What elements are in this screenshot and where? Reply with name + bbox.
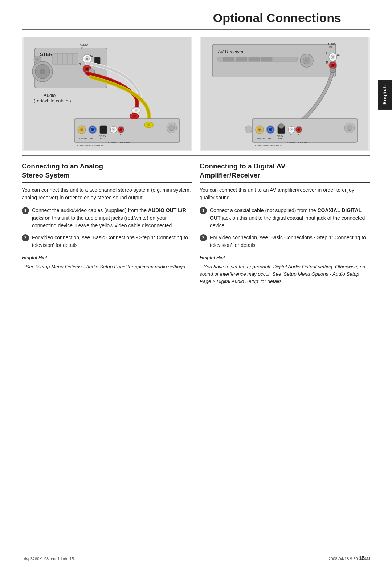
svg-rect-35	[100, 126, 107, 134]
english-tab: English	[378, 80, 392, 110]
svg-point-56	[133, 115, 136, 118]
svg-point-80	[332, 64, 334, 66]
svg-point-44	[120, 129, 122, 130]
right-section-title: Connecting to a Digital AV Amplifier/Rec…	[200, 162, 370, 183]
left-step-list: 1 Connect the audio/video cables (suppli…	[22, 207, 192, 249]
svg-point-52	[169, 125, 175, 131]
svg-point-94	[291, 129, 292, 130]
svg-rect-66	[261, 57, 272, 61]
svg-text:Pb: Pb	[90, 138, 93, 140]
left-step-2-num: 2	[22, 234, 29, 241]
svg-point-98	[298, 129, 299, 130]
right-hint-text: – You have to set the appropriate Digita…	[200, 263, 370, 285]
left-step-1-num: 1	[22, 207, 29, 214]
svg-text:IN: IN	[81, 46, 83, 49]
svg-point-100	[278, 124, 284, 128]
right-diagram: AV Receiver AUDIO IN L R DIGITAL	[200, 37, 370, 151]
left-section-title: Connecting to an Analog Stereo System	[22, 162, 192, 183]
svg-point-13	[86, 68, 88, 70]
svg-point-17	[40, 69, 45, 74]
svg-point-85	[258, 129, 261, 131]
svg-point-10	[86, 58, 88, 60]
svg-text:COMPONENT VIDEO OUT: COMPONENT VIDEO OUT	[255, 144, 282, 146]
svg-point-69	[305, 59, 308, 62]
footer: 1dvp3260K_98_eng1.indd 15 2008-04-18 9:3…	[22, 557, 370, 561]
diagrams-row: STEREO AUDIO IN L R DIGITAL	[22, 37, 370, 156]
svg-text:COAXIAL: COAXIAL	[108, 141, 118, 143]
right-step-1-num: 1	[200, 207, 207, 214]
left-text-col: Connecting to an Analog Stereo System Yo…	[22, 156, 192, 285]
svg-text:DIGITAL: DIGITAL	[99, 135, 107, 137]
left-section-intro: You can connect this unit to a two chann…	[22, 186, 192, 202]
right-step-1: 1 Connect a coaxial cable (not supplied)…	[200, 207, 370, 229]
page-border-bottom	[15, 562, 377, 562]
page-border-right	[377, 7, 377, 562]
right-step-1-text: Connect a coaxial cable (not supplied) f…	[210, 207, 370, 229]
svg-point-40	[113, 129, 114, 130]
text-columns: Connecting to an Analog Stereo System Yo…	[22, 156, 370, 285]
left-diagram-svg: STEREO AUDIO IN L R DIGITAL	[22, 37, 192, 150]
svg-text:AUDIO OUT: AUDIO OUT	[298, 141, 310, 143]
footer-left: 1dvp3260K_98_eng1.indd 15	[22, 557, 74, 561]
left-step-2: 2 For video connection, see 'Basic Conne…	[22, 234, 192, 249]
svg-point-107	[347, 125, 352, 131]
svg-text:(red/white cables): (red/white cables)	[34, 98, 71, 103]
svg-point-58	[147, 123, 150, 126]
left-step-1: 1 Connect the audio/video cables (suppli…	[22, 207, 192, 229]
right-section-intro: You can connect this unit to an AV ampli…	[200, 186, 370, 202]
svg-text:R: R	[120, 133, 122, 136]
svg-text:TV OUT: TV OUT	[79, 138, 87, 140]
svg-text:OUT: OUT	[278, 138, 283, 140]
svg-text:IN: IN	[329, 46, 332, 48]
svg-text:COAXIAL: COAXIAL	[286, 141, 296, 143]
svg-text:R: R	[298, 133, 299, 136]
svg-text:AUDIO OUT: AUDIO OUT	[120, 141, 132, 143]
svg-text:R: R	[326, 61, 328, 64]
svg-text:TV OUT: TV OUT	[257, 138, 265, 140]
right-step-2-num: 2	[200, 234, 207, 241]
right-diagram-svg: AV Receiver AUDIO IN L R DIGITAL	[200, 37, 370, 150]
right-text-col: Connecting to a Digital AV Amplifier/Rec…	[200, 156, 370, 285]
svg-point-31	[81, 129, 83, 131]
left-diagram: STEREO AUDIO IN L R DIGITAL	[22, 37, 192, 151]
svg-text:R: R	[79, 62, 81, 66]
svg-text:AV Receiver: AV Receiver	[218, 49, 244, 54]
page-border-top	[15, 7, 377, 7]
right-step-2-text: For video connection, see 'Basic Connect…	[210, 234, 370, 249]
svg-text:L: L	[290, 133, 292, 136]
svg-text:AUDIO: AUDIO	[328, 43, 336, 45]
svg-text:L: L	[113, 133, 114, 136]
left-hint-title: Helpful Hint:	[22, 254, 192, 261]
right-step-list: 1 Connect a coaxial cable (not supplied)…	[200, 207, 370, 249]
svg-rect-63	[223, 57, 234, 61]
svg-text:Audio: Audio	[44, 93, 56, 98]
footer-right: 2008-04-18 9:39:16 AM	[328, 557, 370, 561]
svg-rect-21	[53, 53, 78, 64]
svg-point-81	[330, 68, 336, 73]
svg-rect-64	[236, 57, 247, 61]
svg-point-108	[245, 126, 252, 133]
svg-text:L: L	[326, 51, 328, 55]
svg-rect-65	[249, 57, 260, 61]
left-step-2-text: For video connection, see 'Basic Connect…	[32, 234, 192, 249]
svg-text:OUT: OUT	[100, 138, 105, 140]
page-border-left	[15, 7, 15, 562]
svg-text:DIGITAL: DIGITAL	[277, 135, 285, 137]
right-hint-block: Helpful Hint: – You have to set the appr…	[200, 254, 370, 285]
left-hint-text: – See ‘Setup Menu Options - Audio Setup …	[22, 263, 192, 271]
svg-text:Pb: Pb	[268, 138, 271, 140]
right-step-2: 2 For video connection, see 'Basic Conne…	[200, 234, 370, 249]
svg-point-88	[269, 129, 271, 131]
svg-point-54	[135, 109, 138, 112]
svg-point-77	[332, 56, 334, 58]
right-hint-title: Helpful Hint:	[200, 254, 370, 261]
svg-point-34	[91, 129, 94, 131]
left-hint-block: Helpful Hint: – See ‘Setup Menu Options …	[22, 254, 192, 271]
page-title: Optional Connections	[22, 0, 370, 30]
svg-point-19	[36, 58, 39, 61]
svg-text:L: L	[79, 52, 81, 56]
svg-text:AUDIO: AUDIO	[80, 44, 88, 46]
left-step-1-text: Connect the audio/video cables (supplied…	[32, 207, 192, 229]
svg-text:COMPONENT VIDEO OUT: COMPONENT VIDEO OUT	[77, 144, 104, 146]
